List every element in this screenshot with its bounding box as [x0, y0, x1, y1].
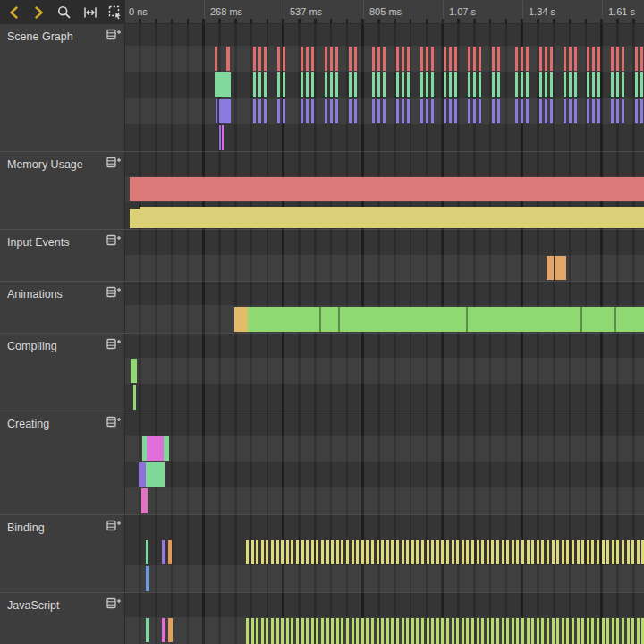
event-bar[interactable] [402, 99, 404, 123]
expand-category-button[interactable] [105, 234, 123, 249]
event-bar[interactable] [258, 47, 261, 71]
event-bar[interactable] [497, 47, 500, 71]
event-bar[interactable] [335, 99, 338, 123]
event-bar[interactable] [325, 72, 327, 97]
event-bar[interactable] [468, 99, 470, 123]
event-bar[interactable] [426, 99, 428, 123]
event-bar[interactable] [640, 72, 643, 97]
event-bar[interactable] [431, 99, 434, 123]
expand-category-button[interactable] [105, 286, 123, 301]
expand-category-button[interactable] [105, 416, 123, 430]
event-bar[interactable] [479, 72, 481, 97]
event-bar[interactable] [219, 99, 231, 123]
event-bar[interactable] [133, 385, 136, 410]
event-bar[interactable] [311, 99, 314, 123]
event-bar[interactable] [545, 72, 547, 97]
event-bar[interactable] [521, 72, 523, 97]
event-bar[interactable] [592, 99, 595, 123]
event-bar[interactable] [616, 99, 619, 123]
event-bar[interactable] [521, 47, 523, 71]
event-bar[interactable] [444, 72, 446, 97]
event-bar[interactable] [473, 47, 476, 71]
event-bar[interactable] [635, 72, 638, 97]
event-bar[interactable] [449, 72, 452, 97]
event-bar[interactable] [611, 47, 614, 71]
event-bar[interactable] [597, 47, 600, 71]
event-bar[interactable] [492, 72, 495, 97]
event-bar[interactable] [354, 72, 357, 97]
event-bar[interactable] [253, 99, 256, 123]
event-bar[interactable] [372, 99, 375, 123]
event-bar[interactable] [539, 47, 542, 71]
event-bar[interactable] [550, 72, 553, 97]
event-bar[interactable] [277, 47, 280, 71]
event-bar[interactable] [611, 99, 614, 123]
event-bar[interactable] [569, 72, 572, 97]
event-bar[interactable] [372, 72, 375, 97]
event-bar[interactable] [264, 99, 267, 123]
event-bar[interactable] [383, 99, 386, 123]
event-bar[interactable] [622, 72, 624, 97]
event-bar[interactable] [377, 72, 380, 97]
show-event-duration-button[interactable] [80, 0, 100, 24]
event-bar[interactable] [426, 72, 428, 97]
event-bar[interactable] [258, 99, 261, 123]
event-bar[interactable] [515, 72, 518, 97]
event-bar[interactable] [592, 72, 595, 97]
event-bar[interactable] [140, 207, 644, 228]
event-bar[interactable] [319, 307, 321, 332]
event-bar[interactable] [226, 47, 230, 71]
event-bar[interactable] [597, 99, 600, 123]
event-bar[interactable] [330, 72, 333, 97]
event-bar[interactable] [377, 47, 380, 71]
event-bar[interactable] [330, 47, 333, 71]
event-bar[interactable] [547, 256, 554, 280]
event-bar[interactable] [258, 72, 261, 97]
event-bar[interactable] [597, 72, 600, 97]
event-bar[interactable] [168, 618, 173, 642]
event-bar[interactable] [479, 47, 481, 71]
event-bar[interactable] [420, 47, 423, 71]
event-bar[interactable] [396, 99, 399, 123]
event-bar[interactable] [431, 72, 434, 97]
event-bar[interactable] [468, 47, 470, 71]
event-bar[interactable] [349, 72, 352, 97]
event-bar[interactable] [574, 99, 577, 123]
expand-category-button[interactable] [105, 338, 123, 352]
expand-category-button[interactable] [105, 29, 123, 43]
event-bar[interactable] [497, 72, 500, 97]
event-bar[interactable] [311, 72, 314, 97]
event-bar[interactable] [162, 618, 165, 642]
event-bar[interactable] [402, 47, 404, 71]
event-bar[interactable] [234, 307, 248, 332]
event-bar[interactable] [616, 47, 619, 71]
event-bar[interactable] [335, 72, 338, 97]
category-creating[interactable]: Creating [0, 411, 125, 514]
event-bar[interactable] [407, 72, 410, 97]
event-bar[interactable] [330, 99, 333, 123]
event-bar[interactable] [253, 47, 256, 71]
event-bar[interactable] [526, 72, 529, 97]
event-bar[interactable] [574, 72, 577, 97]
category-input-events[interactable]: Input Events [0, 229, 125, 281]
event-bar[interactable] [146, 566, 149, 591]
event-bar[interactable] [402, 72, 404, 97]
event-bar[interactable] [611, 72, 614, 97]
event-bar[interactable] [219, 125, 221, 150]
event-bar[interactable] [473, 99, 476, 123]
event-bar[interactable] [592, 47, 595, 71]
jump-next-event-button[interactable] [28, 0, 48, 24]
event-bar[interactable] [587, 47, 589, 71]
event-bar[interactable] [253, 72, 256, 97]
event-bar[interactable] [264, 72, 267, 97]
event-bar[interactable] [564, 72, 566, 97]
event-bar[interactable] [521, 99, 523, 123]
event-bar[interactable] [640, 47, 643, 71]
event-bar[interactable] [635, 99, 638, 123]
event-bar[interactable] [454, 99, 457, 123]
event-bar[interactable] [564, 47, 566, 71]
event-bar[interactable] [420, 72, 423, 97]
event-bar[interactable] [162, 540, 165, 564]
event-bar[interactable] [492, 99, 495, 123]
timeline-canvas[interactable] [125, 24, 644, 644]
